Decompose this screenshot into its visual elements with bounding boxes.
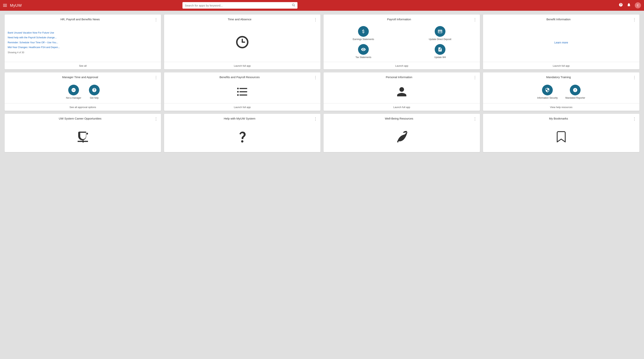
card-mandatory-training: Mandatory Training ⋮ Information Securit… — [483, 72, 640, 111]
information-security-item[interactable]: Information Security — [537, 85, 558, 100]
update-w4-item[interactable]: Update W4 — [403, 44, 477, 59]
manager-icon-row: Not a manager Get help — [66, 85, 100, 100]
earnings-statements-item[interactable]: Earnings Statements — [326, 26, 400, 41]
svg-line-1 — [294, 5, 294, 6]
search-input[interactable] — [185, 4, 290, 7]
main-content: HR, Payroll and Benefits News ⋮ Bank Unu… — [0, 11, 644, 156]
wellbeing-icon-area — [324, 122, 480, 152]
info-security-label: Information Security — [537, 96, 558, 100]
card-menu-button-hr-news[interactable]: ⋮ — [154, 18, 158, 21]
get-help-item[interactable]: Get help — [89, 85, 100, 100]
benefits-payroll-icon-area — [164, 81, 320, 103]
help-icon[interactable] — [619, 3, 623, 8]
news-item-2[interactable]: Need help with the Payroll Schedule chan… — [8, 36, 57, 39]
card-menu-button-manager-time[interactable]: ⋮ — [154, 75, 158, 79]
coffee-icon — [76, 130, 90, 144]
card-personal-info: Personal Information ⋮ Launch full app — [324, 72, 480, 111]
card-menu-button-uw-career[interactable]: ⋮ — [154, 117, 158, 121]
mandated-reporter-label: Mandated Reporter — [566, 96, 585, 100]
card-menu-button-time-absence[interactable]: ⋮ — [314, 18, 318, 21]
card-menu-button-payroll-info[interactable]: ⋮ — [473, 18, 477, 21]
search-button[interactable] — [292, 3, 295, 7]
news-item-3[interactable]: Reminder: Schedule Your Time Off – Use Y… — [8, 41, 58, 44]
card-menu-button-benefits-payroll-resources[interactable]: ⋮ — [314, 75, 318, 79]
card-hr-payroll-news: HR, Payroll and Benefits News ⋮ Bank Unu… — [4, 14, 161, 69]
personal-info-icon-area — [324, 81, 480, 103]
card-benefits-payroll-resources: Benefits and Payroll Resources ⋮ Launch … — [164, 72, 320, 111]
news-item-1[interactable]: Bank Unused Vacation Now For Future Use — [8, 31, 54, 35]
card-title-mandatory-training: Mandatory Training — [486, 75, 632, 79]
card-payroll-info: Payroll Information ⋮ Earnings Statement… — [324, 14, 480, 69]
card-bookmarks: My Bookmarks ⋮ — [483, 114, 640, 152]
card-footer-link-benefits-payroll-resources[interactable]: Launch full app — [234, 106, 251, 109]
card-benefit-info: Benefit Information ⋮ Learn more Launch … — [483, 14, 640, 69]
mandated-reporter-icon-circle — [570, 85, 580, 95]
card-title-personal-info: Personal Information — [326, 75, 473, 79]
card-wellbeing: Well-Being Resources ⋮ — [324, 114, 480, 152]
card-menu-button-help-myuw[interactable]: ⋮ — [314, 117, 318, 121]
card-title-bookmarks: My Bookmarks — [486, 117, 632, 120]
time-absence-icon-area — [164, 23, 320, 62]
payroll-icons-area: Earnings Statements Update Direct Deposi… — [324, 23, 480, 62]
card-menu-button-wellbeing[interactable]: ⋮ — [473, 117, 477, 121]
get-help-label: Get help — [90, 96, 98, 100]
bookmarks-icon-area — [483, 122, 640, 152]
card-menu-button-bookmarks[interactable]: ⋮ — [632, 117, 636, 121]
question-mark-icon — [235, 130, 249, 144]
news-item-4[interactable]: Mid-Year Changes: Healthcare FSA and Dep… — [8, 46, 60, 49]
tax-statements-item[interactable]: Tax Statements — [326, 44, 400, 59]
mandatory-training-icons-area: Information Security Mandated Reporter — [483, 81, 640, 103]
get-help-icon-circle — [89, 85, 100, 95]
not-manager-label: Not a manager — [66, 96, 81, 100]
card-help-myuw: Help with MyUW System ⋮ — [164, 114, 320, 152]
news-list: Bank Unused Vacation Now For Future Use … — [4, 23, 161, 62]
app-grid: HR, Payroll and Benefits News ⋮ Bank Unu… — [4, 14, 640, 152]
training-icon-row: Information Security Mandated Reporter — [537, 85, 585, 100]
card-title-manager-time: Manager Time and Approval — [8, 75, 154, 79]
card-footer-link-time-absence[interactable]: Launch full app — [234, 64, 251, 67]
card-menu-button-benefit-info[interactable]: ⋮ — [632, 18, 636, 21]
earnings-icon-circle — [358, 26, 369, 37]
card-menu-button-personal-info[interactable]: ⋮ — [473, 75, 477, 79]
mandated-reporter-item[interactable]: Mandated Reporter — [566, 85, 585, 100]
card-menu-button-mandatory-training[interactable]: ⋮ — [632, 75, 636, 79]
bookmark-icon — [554, 130, 568, 144]
learn-more-link[interactable]: Learn more — [554, 41, 568, 44]
benefit-info-body: Learn more — [483, 23, 640, 62]
card-footer-link-benefit-info[interactable]: Launch full app — [553, 64, 570, 67]
avatar[interactable]: E — [635, 2, 641, 8]
hamburger-menu-button[interactable] — [3, 4, 7, 7]
card-time-absence: Time and Absence ⋮ Launch full app — [164, 14, 320, 69]
card-title-hr-news: HR, Payroll and Benefits News — [8, 18, 154, 21]
card-title-benefits-payroll-resources: Benefits and Payroll Resources — [167, 75, 314, 79]
not-manager-icon-circle — [68, 85, 79, 95]
app-header: MyUW E — [0, 0, 644, 11]
card-uw-career: UW System Career Opportunities ⋮ — [4, 114, 161, 152]
info-security-icon-circle — [542, 85, 553, 95]
tax-statements-label: Tax Statements — [356, 56, 372, 59]
update-w4-label: Update W4 — [434, 56, 446, 59]
card-footer-link-mandatory-training[interactable]: View help resources — [550, 106, 572, 109]
manager-icons-area: Not a manager Get help — [4, 81, 161, 103]
card-title-help-myuw: Help with MyUW System — [167, 117, 314, 120]
card-title-wellbeing: Well-Being Resources — [326, 117, 473, 120]
earnings-statements-label: Earnings Statements — [353, 38, 374, 41]
deposit-icon-circle — [435, 26, 446, 37]
w4-icon-circle — [435, 44, 446, 55]
card-footer-link-personal-info[interactable]: Launch full app — [393, 106, 410, 109]
card-title-uw-career: UW System Career Opportunities — [8, 117, 154, 120]
card-title-benefit-info: Benefit Information — [486, 18, 632, 21]
card-manager-time: Manager Time and Approval ⋮ Not a manage… — [4, 72, 161, 111]
app-title: MyUW — [10, 3, 22, 8]
card-footer-link-manager-time[interactable]: See all approval options — [70, 106, 96, 109]
card-footer-link-hr-news[interactable]: See all — [79, 64, 87, 67]
card-footer-link-payroll-info[interactable]: Launch app — [395, 64, 408, 67]
not-a-manager-item[interactable]: Not a manager — [66, 85, 81, 100]
tax-icon-circle — [358, 44, 369, 55]
card-title-payroll-info: Payroll Information — [326, 18, 473, 21]
uw-career-icon-area — [4, 122, 161, 152]
notification-icon[interactable] — [627, 3, 631, 8]
update-direct-deposit-item[interactable]: Update Direct Deposit — [403, 26, 477, 41]
search-bar — [182, 2, 298, 9]
payroll-icon-grid: Earnings Statements Update Direct Deposi… — [326, 24, 477, 60]
